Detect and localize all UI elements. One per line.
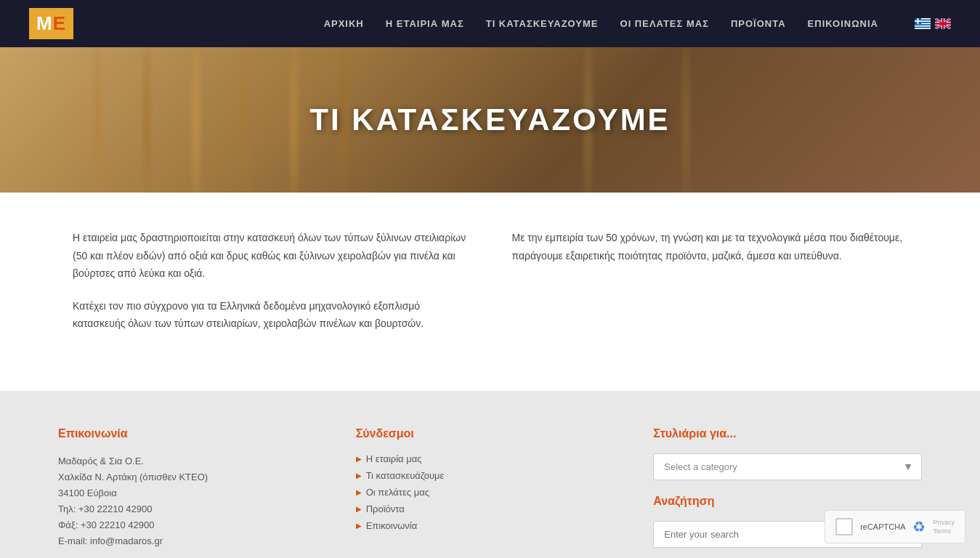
category-select[interactable]: Select a category bbox=[653, 453, 922, 480]
email: E-mail: info@madaros.gr bbox=[58, 533, 327, 549]
recaptcha-label: reCAPTCHA bbox=[860, 522, 905, 531]
flag-english[interactable] bbox=[935, 18, 951, 29]
address-line2: 34100 Εύβοια bbox=[58, 485, 327, 501]
nav-company[interactable]: Η ΕΤΑΙΡΙΑ ΜΑΣ bbox=[386, 18, 464, 29]
footer-grid: Επικοινωνία Μαδαρός & Σια Ο.Ε. Χαλκίδα Ν… bbox=[58, 427, 922, 550]
footer-link-products[interactable]: Προϊόντα bbox=[366, 504, 405, 514]
company-name: Μαδαρός & Σια Ο.Ε. bbox=[58, 453, 327, 469]
nav-products-what[interactable]: ΤΙ ΚΑΤΑΣΚΕΥΑΖΟΥΜΕ bbox=[486, 18, 599, 29]
nav-home[interactable]: ΑΡΧΙΚΗ bbox=[324, 18, 364, 29]
footer-link-what[interactable]: Τι κατασκευάζουμε bbox=[366, 470, 445, 481]
main-content-section: Η εταιρεία μας δραστηριοποιείται στην κα… bbox=[0, 193, 980, 391]
footer-link-item: Οι πελάτες μας bbox=[356, 487, 625, 498]
links-heading: Σύνδεσμοι bbox=[356, 427, 625, 440]
footer-link-item: Τι κατασκευάζουμε bbox=[356, 470, 625, 481]
search-heading: Αναζήτηση bbox=[653, 495, 922, 508]
recaptcha-terms[interactable]: Terms bbox=[933, 527, 955, 535]
recaptcha-widget: reCAPTCHA ♻ Privacy Terms bbox=[825, 510, 965, 543]
svg-rect-8 bbox=[915, 20, 921, 22]
right-paragraph-1: Με την εμπειρία των 50 χρόνων, τη γνώση … bbox=[512, 229, 908, 264]
hero-banner: ΤΙ ΚΑΤΑΣΚΕΥΑΖΟΥΜΕ bbox=[0, 47, 980, 193]
main-nav: ΑΡΧΙΚΗ Η ΕΤΑΙΡΙΑ ΜΑΣ ΤΙ ΚΑΤΑΣΚΕΥΑΖΟΥΜΕ Ο… bbox=[324, 18, 951, 29]
footer-link-item: Επικοινωνία bbox=[356, 520, 625, 531]
content-right: Με την εμπειρία των 50 χρόνων, τη γνώση … bbox=[512, 229, 908, 347]
content-left: Η εταιρεία μας δραστηριοποιείται στην κα… bbox=[73, 229, 469, 347]
nav-clients[interactable]: ΟΙ ΠΕΛΑΤΕΣ ΜΑΣ bbox=[620, 18, 709, 29]
left-paragraph-2: Κατέχει τον πιο σύγχρονο για τα Ελληνικά… bbox=[73, 297, 469, 333]
logo-e: E bbox=[53, 12, 66, 35]
logo[interactable]: M E bbox=[29, 8, 73, 39]
footer-link-contact[interactable]: Επικοινωνία bbox=[366, 520, 418, 531]
recaptcha-logo-icon: ♻ bbox=[912, 518, 926, 535]
site-header: M E ΑΡΧΙΚΗ Η ΕΤΑΙΡΙΑ ΜΑΣ ΤΙ ΚΑΤΑΣΚΕΥΑΖΟΥ… bbox=[0, 0, 980, 47]
recaptcha-privacy[interactable]: Privacy bbox=[933, 519, 955, 526]
footer-link-item: Η εταιρία μας bbox=[356, 453, 625, 464]
nav-contact[interactable]: ΕΠΙΚΟΙΝΩΝΙΑ bbox=[808, 18, 878, 29]
contact-heading: Επικοινωνία bbox=[58, 427, 327, 440]
footer-links-col: Σύνδεσμοι Η εταιρία μας Τι κατασκευάζουμ… bbox=[356, 427, 625, 550]
category-select-wrap: Select a category ▼ bbox=[653, 453, 922, 480]
stylaria-heading: Στυλιάρια για... bbox=[653, 427, 922, 440]
left-paragraph-1: Η εταιρεία μας δραστηριοποιείται στην κα… bbox=[73, 229, 469, 283]
hero-title: ΤΙ ΚΑΤΑΣΚΕΥΑΖΟΥΜΕ bbox=[309, 102, 670, 137]
recaptcha-checkbox[interactable] bbox=[835, 518, 853, 535]
footer-link-company[interactable]: Η εταιρία μας bbox=[366, 453, 422, 464]
footer-link-clients[interactable]: Οι πελάτες μας bbox=[366, 487, 429, 498]
fax: Φάξ: +30 22210 42900 bbox=[58, 517, 327, 533]
svg-rect-5 bbox=[915, 28, 931, 29]
svg-rect-4 bbox=[915, 25, 931, 27]
phone: Τηλ: +30 22210 42900 bbox=[58, 501, 327, 517]
nav-products[interactable]: ΠΡΟΪΟΝΤΑ bbox=[731, 18, 786, 29]
footer-contact-col: Επικοινωνία Μαδαρός & Σια Ο.Ε. Χαλκίδα Ν… bbox=[58, 427, 327, 550]
footer-link-item: Προϊόντα bbox=[356, 504, 625, 514]
logo-m: M bbox=[36, 12, 53, 35]
language-switcher bbox=[915, 18, 951, 29]
flag-greek[interactable] bbox=[915, 18, 931, 29]
address-line1: Χαλκίδα Ν. Αρτάκη (όπισθεν ΚΤΕΟ) bbox=[58, 469, 327, 485]
footer-links-list: Η εταιρία μας Τι κατασκευάζουμε Οι πελάτ… bbox=[356, 453, 625, 531]
